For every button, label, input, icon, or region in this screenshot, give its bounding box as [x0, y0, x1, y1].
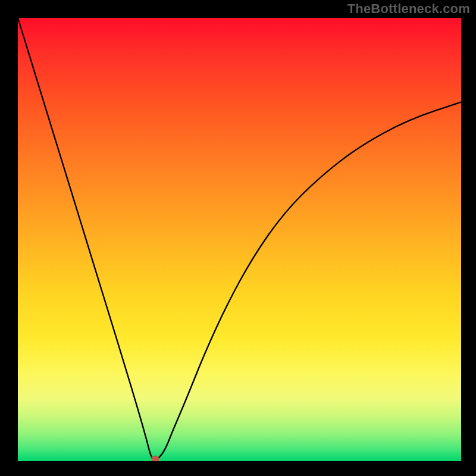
minimum-point-dot — [152, 456, 159, 461]
curve-svg — [18, 18, 461, 461]
chart-frame: TheBottleneck.com — [0, 0, 476, 476]
plot-area — [18, 18, 461, 461]
bottleneck-curve — [18, 18, 461, 460]
watermark-text: TheBottleneck.com — [347, 1, 470, 17]
